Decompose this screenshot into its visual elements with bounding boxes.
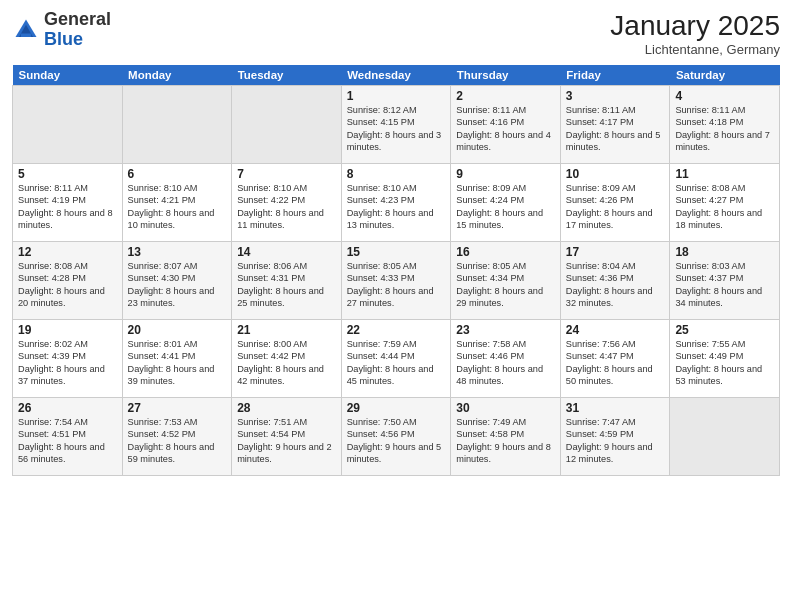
day-details: Sunrise: 8:07 AM Sunset: 4:30 PM Dayligh… (128, 260, 227, 310)
day-details: Sunrise: 7:56 AM Sunset: 4:47 PM Dayligh… (566, 338, 665, 388)
day-details: Sunrise: 8:11 AM Sunset: 4:17 PM Dayligh… (566, 104, 665, 154)
calendar-cell: 15Sunrise: 8:05 AM Sunset: 4:33 PM Dayli… (341, 242, 451, 320)
calendar-cell: 24Sunrise: 7:56 AM Sunset: 4:47 PM Dayli… (560, 320, 670, 398)
day-number: 8 (347, 167, 446, 181)
calendar-cell (232, 86, 342, 164)
calendar-cell: 1Sunrise: 8:12 AM Sunset: 4:15 PM Daylig… (341, 86, 451, 164)
day-number: 17 (566, 245, 665, 259)
day-details: Sunrise: 8:09 AM Sunset: 4:24 PM Dayligh… (456, 182, 555, 232)
day-number: 31 (566, 401, 665, 415)
day-number: 1 (347, 89, 446, 103)
day-details: Sunrise: 8:02 AM Sunset: 4:39 PM Dayligh… (18, 338, 117, 388)
day-details: Sunrise: 8:06 AM Sunset: 4:31 PM Dayligh… (237, 260, 336, 310)
calendar-cell: 28Sunrise: 7:51 AM Sunset: 4:54 PM Dayli… (232, 398, 342, 476)
calendar-cell: 21Sunrise: 8:00 AM Sunset: 4:42 PM Dayli… (232, 320, 342, 398)
calendar-week-row: 12Sunrise: 8:08 AM Sunset: 4:28 PM Dayli… (13, 242, 780, 320)
calendar-cell: 25Sunrise: 7:55 AM Sunset: 4:49 PM Dayli… (670, 320, 780, 398)
page-container: General Blue January 2025 Lichtentanne, … (0, 0, 792, 484)
day-number: 19 (18, 323, 117, 337)
day-details: Sunrise: 8:04 AM Sunset: 4:36 PM Dayligh… (566, 260, 665, 310)
calendar-cell (122, 86, 232, 164)
day-number: 24 (566, 323, 665, 337)
calendar-week-row: 26Sunrise: 7:54 AM Sunset: 4:51 PM Dayli… (13, 398, 780, 476)
calendar-cell: 2Sunrise: 8:11 AM Sunset: 4:16 PM Daylig… (451, 86, 561, 164)
day-details: Sunrise: 7:55 AM Sunset: 4:49 PM Dayligh… (675, 338, 774, 388)
calendar-cell (670, 398, 780, 476)
calendar-cell: 3Sunrise: 8:11 AM Sunset: 4:17 PM Daylig… (560, 86, 670, 164)
day-number: 27 (128, 401, 227, 415)
col-header-wednesday: Wednesday (341, 65, 451, 86)
calendar-cell: 20Sunrise: 8:01 AM Sunset: 4:41 PM Dayli… (122, 320, 232, 398)
day-details: Sunrise: 8:11 AM Sunset: 4:19 PM Dayligh… (18, 182, 117, 232)
day-number: 30 (456, 401, 555, 415)
calendar-table: SundayMondayTuesdayWednesdayThursdayFrid… (12, 65, 780, 476)
calendar-cell: 4Sunrise: 8:11 AM Sunset: 4:18 PM Daylig… (670, 86, 780, 164)
day-details: Sunrise: 8:11 AM Sunset: 4:16 PM Dayligh… (456, 104, 555, 154)
svg-rect-2 (21, 33, 32, 37)
col-header-monday: Monday (122, 65, 232, 86)
calendar-cell: 9Sunrise: 8:09 AM Sunset: 4:24 PM Daylig… (451, 164, 561, 242)
day-details: Sunrise: 8:10 AM Sunset: 4:22 PM Dayligh… (237, 182, 336, 232)
logo: General Blue (12, 10, 111, 50)
calendar-header-row: SundayMondayTuesdayWednesdayThursdayFrid… (13, 65, 780, 86)
day-details: Sunrise: 7:54 AM Sunset: 4:51 PM Dayligh… (18, 416, 117, 466)
day-details: Sunrise: 8:12 AM Sunset: 4:15 PM Dayligh… (347, 104, 446, 154)
calendar-cell: 17Sunrise: 8:04 AM Sunset: 4:36 PM Dayli… (560, 242, 670, 320)
calendar-cell: 22Sunrise: 7:59 AM Sunset: 4:44 PM Dayli… (341, 320, 451, 398)
day-details: Sunrise: 7:51 AM Sunset: 4:54 PM Dayligh… (237, 416, 336, 466)
calendar-cell: 14Sunrise: 8:06 AM Sunset: 4:31 PM Dayli… (232, 242, 342, 320)
day-number: 11 (675, 167, 774, 181)
calendar-cell (13, 86, 123, 164)
location: Lichtentanne, Germany (610, 42, 780, 57)
day-details: Sunrise: 8:05 AM Sunset: 4:33 PM Dayligh… (347, 260, 446, 310)
day-number: 18 (675, 245, 774, 259)
day-number: 9 (456, 167, 555, 181)
day-number: 12 (18, 245, 117, 259)
day-number: 5 (18, 167, 117, 181)
day-number: 2 (456, 89, 555, 103)
logo-general-text: General (44, 9, 111, 29)
day-number: 3 (566, 89, 665, 103)
day-details: Sunrise: 7:58 AM Sunset: 4:46 PM Dayligh… (456, 338, 555, 388)
col-header-thursday: Thursday (451, 65, 561, 86)
day-number: 10 (566, 167, 665, 181)
calendar-cell: 6Sunrise: 8:10 AM Sunset: 4:21 PM Daylig… (122, 164, 232, 242)
calendar-cell: 31Sunrise: 7:47 AM Sunset: 4:59 PM Dayli… (560, 398, 670, 476)
calendar-week-row: 1Sunrise: 8:12 AM Sunset: 4:15 PM Daylig… (13, 86, 780, 164)
calendar-cell: 26Sunrise: 7:54 AM Sunset: 4:51 PM Dayli… (13, 398, 123, 476)
calendar-cell: 19Sunrise: 8:02 AM Sunset: 4:39 PM Dayli… (13, 320, 123, 398)
day-number: 26 (18, 401, 117, 415)
calendar-cell: 29Sunrise: 7:50 AM Sunset: 4:56 PM Dayli… (341, 398, 451, 476)
logo-icon (12, 16, 40, 44)
day-details: Sunrise: 8:09 AM Sunset: 4:26 PM Dayligh… (566, 182, 665, 232)
day-number: 22 (347, 323, 446, 337)
day-details: Sunrise: 8:10 AM Sunset: 4:21 PM Dayligh… (128, 182, 227, 232)
calendar-cell: 30Sunrise: 7:49 AM Sunset: 4:58 PM Dayli… (451, 398, 561, 476)
day-number: 7 (237, 167, 336, 181)
day-number: 16 (456, 245, 555, 259)
day-number: 14 (237, 245, 336, 259)
day-details: Sunrise: 8:05 AM Sunset: 4:34 PM Dayligh… (456, 260, 555, 310)
day-number: 29 (347, 401, 446, 415)
day-details: Sunrise: 7:49 AM Sunset: 4:58 PM Dayligh… (456, 416, 555, 466)
day-details: Sunrise: 7:59 AM Sunset: 4:44 PM Dayligh… (347, 338, 446, 388)
calendar-week-row: 5Sunrise: 8:11 AM Sunset: 4:19 PM Daylig… (13, 164, 780, 242)
calendar-week-row: 19Sunrise: 8:02 AM Sunset: 4:39 PM Dayli… (13, 320, 780, 398)
col-header-sunday: Sunday (13, 65, 123, 86)
calendar-cell: 18Sunrise: 8:03 AM Sunset: 4:37 PM Dayli… (670, 242, 780, 320)
calendar-cell: 16Sunrise: 8:05 AM Sunset: 4:34 PM Dayli… (451, 242, 561, 320)
calendar-cell: 27Sunrise: 7:53 AM Sunset: 4:52 PM Dayli… (122, 398, 232, 476)
day-number: 6 (128, 167, 227, 181)
day-number: 25 (675, 323, 774, 337)
day-number: 4 (675, 89, 774, 103)
calendar-cell: 7Sunrise: 8:10 AM Sunset: 4:22 PM Daylig… (232, 164, 342, 242)
day-number: 21 (237, 323, 336, 337)
day-details: Sunrise: 8:10 AM Sunset: 4:23 PM Dayligh… (347, 182, 446, 232)
header: General Blue January 2025 Lichtentanne, … (12, 10, 780, 57)
day-number: 28 (237, 401, 336, 415)
day-details: Sunrise: 8:03 AM Sunset: 4:37 PM Dayligh… (675, 260, 774, 310)
day-details: Sunrise: 8:00 AM Sunset: 4:42 PM Dayligh… (237, 338, 336, 388)
calendar-cell: 11Sunrise: 8:08 AM Sunset: 4:27 PM Dayli… (670, 164, 780, 242)
day-number: 15 (347, 245, 446, 259)
col-header-friday: Friday (560, 65, 670, 86)
